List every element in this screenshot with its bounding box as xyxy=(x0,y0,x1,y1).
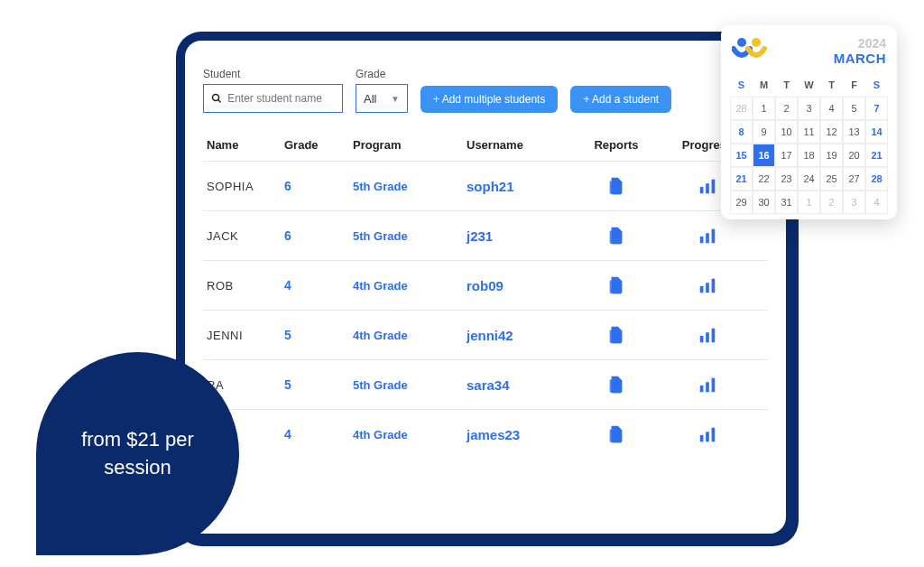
reports-icon[interactable] xyxy=(571,375,661,395)
student-program[interactable]: 5th Grade xyxy=(353,180,461,193)
calendar-day[interactable]: 1 xyxy=(753,97,775,120)
student-label: Student xyxy=(203,68,343,80)
progress-icon[interactable] xyxy=(667,275,748,295)
student-grade: 4 xyxy=(284,427,347,442)
student-username[interactable]: sara34 xyxy=(467,377,566,393)
search-icon xyxy=(211,92,222,105)
calendar-day[interactable]: 18 xyxy=(798,144,820,167)
svg-rect-12 xyxy=(706,332,709,342)
student-username[interactable]: j231 xyxy=(467,228,566,244)
calendar-dow: M xyxy=(753,73,775,97)
calendar-day[interactable]: 5 xyxy=(843,97,865,120)
calendar-day[interactable]: 8 xyxy=(730,120,753,144)
svg-rect-13 xyxy=(712,329,716,343)
progress-icon[interactable] xyxy=(667,226,748,246)
calendar-day[interactable]: 22 xyxy=(753,167,775,191)
calendar-year: 2024 xyxy=(834,36,886,51)
svg-rect-18 xyxy=(706,432,709,442)
student-username[interactable]: rob09 xyxy=(467,278,566,293)
calendar-day[interactable]: 29 xyxy=(730,191,753,214)
svg-rect-4 xyxy=(712,180,716,194)
table-row: ROB44th Graderob09 xyxy=(203,260,768,310)
table-row: JACK65th Gradej231 xyxy=(203,210,768,260)
calendar-day[interactable]: 10 xyxy=(775,120,798,144)
progress-icon[interactable] xyxy=(667,375,748,395)
calendar-day[interactable]: 31 xyxy=(775,191,798,214)
calendar-day[interactable]: 1 xyxy=(798,191,820,214)
student-grade: 6 xyxy=(284,228,347,243)
reports-icon[interactable] xyxy=(571,226,661,246)
calendar-day[interactable]: 28 xyxy=(865,167,888,191)
student-name: SOPHIA xyxy=(207,180,279,193)
calendar-day[interactable]: 21 xyxy=(865,144,888,167)
student-name: ROB xyxy=(207,279,279,293)
calendar-month: MARCH xyxy=(834,51,886,66)
main-panel: Student Grade All ▼ + Add multiple stude… xyxy=(176,32,799,546)
svg-rect-15 xyxy=(706,382,709,392)
reports-icon[interactable] xyxy=(571,325,661,345)
student-program[interactable]: 5th Grade xyxy=(353,378,461,392)
calendar-day[interactable]: 23 xyxy=(775,167,798,191)
calendar-day[interactable]: 11 xyxy=(798,120,820,144)
price-badge: from $21 per session xyxy=(36,352,239,555)
col-username: Username xyxy=(467,138,566,152)
table-header-row: Name Grade Program Username Reports Prog… xyxy=(203,129,768,161)
calendar-day[interactable]: 16 xyxy=(753,144,775,167)
student-username[interactable]: james23 xyxy=(467,427,566,442)
calendar-day[interactable]: 17 xyxy=(775,144,798,167)
svg-line-1 xyxy=(218,100,221,103)
progress-icon[interactable] xyxy=(667,325,748,345)
student-username[interactable]: soph21 xyxy=(467,179,566,194)
calendar-day[interactable]: 19 xyxy=(820,144,843,167)
calendar-day[interactable]: 2 xyxy=(820,191,843,214)
calendar-day[interactable]: 12 xyxy=(820,120,843,144)
calendar-day[interactable]: 4 xyxy=(865,191,888,214)
student-search[interactable] xyxy=(203,84,343,113)
calendar-day[interactable]: 27 xyxy=(843,167,865,191)
reports-icon[interactable] xyxy=(571,176,661,196)
svg-rect-19 xyxy=(712,428,716,442)
col-reports: Reports xyxy=(571,138,661,152)
calendar-day[interactable]: 30 xyxy=(753,191,775,214)
table-row: RA55th Gradesara34 xyxy=(203,359,768,409)
brand-logo-icon xyxy=(732,36,772,63)
reports-icon[interactable] xyxy=(571,275,661,295)
svg-rect-2 xyxy=(700,187,704,193)
calendar-day[interactable]: 4 xyxy=(820,97,843,120)
grade-filter-label: Grade xyxy=(356,68,408,80)
progress-icon[interactable] xyxy=(667,424,748,444)
calendar-day[interactable]: 3 xyxy=(843,191,865,214)
svg-point-21 xyxy=(752,38,761,47)
calendar-day[interactable]: 15 xyxy=(730,144,753,167)
add-student-button[interactable]: + Add a student xyxy=(570,86,671,113)
calendar-dow: S xyxy=(865,73,888,97)
add-multiple-students-button[interactable]: + Add multiple students xyxy=(420,86,558,113)
svg-point-0 xyxy=(213,94,219,100)
student-username[interactable]: jenni42 xyxy=(467,328,566,343)
calendar-day[interactable]: 2 xyxy=(775,97,798,120)
calendar-day[interactable]: 3 xyxy=(798,97,820,120)
calendar-day[interactable]: 21 xyxy=(730,167,753,191)
col-grade: Grade xyxy=(284,138,347,152)
grade-select[interactable]: All ▼ xyxy=(356,84,408,113)
calendar-widget: 2024 MARCH SMTWTFS 281234578910111213141… xyxy=(721,25,897,219)
calendar-dow: W xyxy=(798,73,820,97)
student-program[interactable]: 5th Grade xyxy=(353,229,461,243)
calendar-day[interactable]: 9 xyxy=(753,120,775,144)
student-program[interactable]: 4th Grade xyxy=(353,428,461,442)
student-program[interactable]: 4th Grade xyxy=(353,329,461,342)
calendar-day[interactable]: 25 xyxy=(820,167,843,191)
reports-icon[interactable] xyxy=(571,424,661,444)
calendar-day[interactable]: 28 xyxy=(730,97,753,120)
calendar-day[interactable]: 14 xyxy=(865,120,888,144)
svg-rect-10 xyxy=(712,279,716,293)
calendar-day[interactable]: 13 xyxy=(843,120,865,144)
calendar-day[interactable]: 7 xyxy=(865,97,888,120)
calendar-day[interactable]: 24 xyxy=(798,167,820,191)
student-search-input[interactable] xyxy=(227,92,335,105)
table-row: SOPHIA65th Gradesoph21 xyxy=(203,161,768,210)
svg-rect-9 xyxy=(706,283,709,293)
student-program[interactable]: 4th Grade xyxy=(353,279,461,293)
svg-rect-5 xyxy=(700,237,704,243)
calendar-day[interactable]: 20 xyxy=(843,144,865,167)
